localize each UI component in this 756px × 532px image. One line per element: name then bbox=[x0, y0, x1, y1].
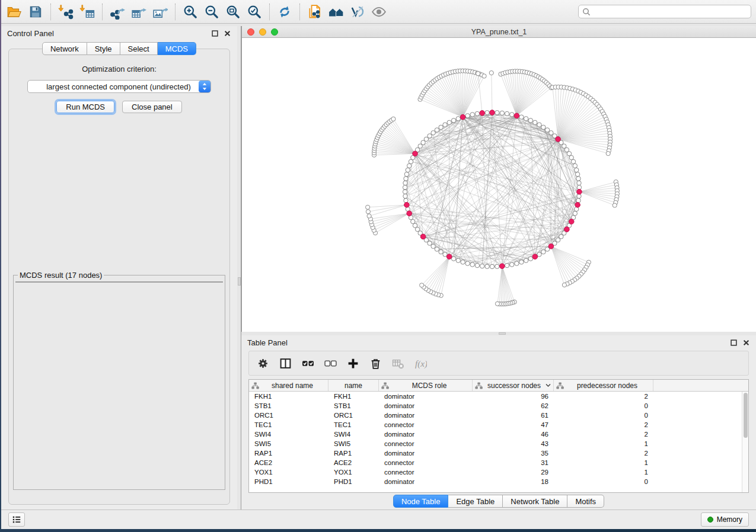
tab-mcds[interactable]: MCDS bbox=[158, 42, 196, 55]
cell[interactable]: connector bbox=[379, 467, 473, 477]
cell[interactable]: STB1 bbox=[249, 401, 328, 411]
cell[interactable]: dominator bbox=[379, 401, 473, 411]
close-table-panel-icon[interactable] bbox=[742, 338, 750, 347]
tab-select[interactable]: Select bbox=[120, 42, 158, 55]
cell[interactable]: 46 bbox=[473, 430, 554, 439]
table-row-SWI5[interactable]: SWI5SWI5connector431 bbox=[249, 439, 748, 448]
cell[interactable]: 1 bbox=[554, 467, 653, 477]
first-neighbors-button[interactable] bbox=[326, 2, 347, 22]
table-scrollbar-thumb[interactable] bbox=[744, 393, 748, 438]
cell[interactable]: connector bbox=[379, 439, 473, 448]
cell[interactable]: 1 bbox=[554, 458, 653, 467]
cell[interactable]: ORC1 bbox=[328, 411, 379, 420]
table-scrollbar[interactable] bbox=[742, 392, 748, 492]
cell[interactable]: 43 bbox=[473, 439, 554, 448]
deselect-all-button[interactable] bbox=[323, 355, 339, 371]
float-table-panel-icon[interactable] bbox=[729, 338, 738, 347]
cell[interactable]: SWI4 bbox=[328, 430, 379, 439]
cell[interactable]: TEC1 bbox=[328, 420, 379, 430]
float-panel-icon[interactable] bbox=[210, 29, 219, 37]
cell[interactable]: 0 bbox=[554, 401, 653, 411]
import-table-button[interactable] bbox=[76, 2, 98, 22]
close-panel-button[interactable]: Close panel bbox=[122, 101, 182, 113]
cell[interactable]: FKH1 bbox=[328, 392, 379, 401]
optimization-dropdown[interactable]: largest connected component (undirected) bbox=[27, 80, 211, 93]
zoom-fit-button[interactable] bbox=[222, 2, 244, 22]
cell[interactable]: 18 bbox=[473, 477, 554, 486]
cell[interactable]: RAP1 bbox=[249, 448, 328, 458]
hide-graphics-details-button[interactable] bbox=[347, 2, 368, 22]
zoom-in-button[interactable] bbox=[180, 2, 201, 22]
zoom-out-button[interactable] bbox=[201, 2, 222, 22]
zoom-selected-button[interactable] bbox=[244, 2, 265, 22]
cell[interactable]: PHD1 bbox=[249, 477, 328, 486]
table-row-FKH1[interactable]: FKH1FKH1dominator962 bbox=[249, 392, 748, 401]
table-tab-motifs[interactable]: Motifs bbox=[567, 495, 604, 508]
cell[interactable]: ORC1 bbox=[249, 411, 328, 420]
cell[interactable]: 2 bbox=[554, 430, 653, 439]
vertical-splitter[interactable] bbox=[237, 26, 241, 509]
refresh-button[interactable] bbox=[274, 2, 295, 22]
table-row-ORC1[interactable]: ORC1ORC1dominator610 bbox=[249, 411, 748, 420]
column-header-successor-nodes[interactable]: successor nodes bbox=[473, 380, 554, 391]
cell[interactable]: connector bbox=[379, 420, 473, 430]
table-panel-menu-button[interactable] bbox=[8, 512, 25, 527]
cell[interactable]: dominator bbox=[379, 411, 473, 420]
cell[interactable]: 35 bbox=[473, 448, 554, 458]
cell[interactable]: SWI5 bbox=[328, 439, 379, 448]
cell[interactable]: 2 bbox=[554, 420, 653, 430]
tab-style[interactable]: Style bbox=[87, 42, 120, 55]
table-row-YOX1[interactable]: YOX1YOX1connector291 bbox=[249, 467, 748, 477]
table-tab-node-table[interactable]: Node Table bbox=[393, 495, 449, 508]
table-row-PHD1[interactable]: PHD1PHD1dominator180 bbox=[249, 477, 748, 486]
add-row-button[interactable] bbox=[345, 355, 361, 371]
tab-network[interactable]: Network bbox=[42, 42, 87, 55]
column-header-predecessor-nodes[interactable]: predecessor nodes bbox=[554, 380, 653, 391]
cell[interactable]: dominator bbox=[379, 430, 473, 439]
cell[interactable]: 2 bbox=[554, 448, 653, 458]
table-row-TEC1[interactable]: TEC1TEC1connector472 bbox=[249, 420, 748, 430]
cell[interactable]: 29 bbox=[473, 467, 554, 477]
run-mcds-button[interactable]: Run MCDS bbox=[56, 101, 114, 113]
close-panel-icon[interactable] bbox=[223, 29, 231, 37]
cell[interactable]: YOX1 bbox=[328, 467, 379, 477]
export-image-button[interactable] bbox=[149, 2, 171, 22]
cell[interactable]: 1 bbox=[554, 439, 653, 448]
cell[interactable]: ACE2 bbox=[249, 458, 328, 467]
export-network-button[interactable] bbox=[107, 2, 128, 22]
cell[interactable]: 0 bbox=[554, 411, 653, 420]
cell[interactable]: connector bbox=[379, 458, 473, 467]
cell[interactable]: TEC1 bbox=[249, 420, 328, 430]
table-row-SWI4[interactable]: SWI4SWI4dominator462 bbox=[249, 430, 748, 439]
clone-network-button[interactable] bbox=[304, 2, 326, 22]
cell[interactable]: YOX1 bbox=[249, 467, 328, 477]
delete-row-button[interactable] bbox=[368, 355, 384, 371]
table-tab-network-table[interactable]: Network Table bbox=[503, 495, 567, 508]
open-session-button[interactable] bbox=[4, 2, 25, 22]
import-network-button[interactable] bbox=[55, 2, 76, 22]
cell[interactable]: dominator bbox=[379, 448, 473, 458]
cell[interactable]: RAP1 bbox=[328, 448, 379, 458]
select-all-button[interactable] bbox=[300, 355, 316, 371]
horizontal-splitter-grip[interactable] bbox=[499, 332, 506, 335]
network-canvas[interactable] bbox=[242, 38, 756, 332]
cell[interactable]: STB1 bbox=[328, 401, 379, 411]
cell[interactable]: dominator bbox=[379, 477, 473, 486]
show-columns-button[interactable] bbox=[277, 355, 294, 371]
column-header-name[interactable]: name bbox=[328, 380, 379, 391]
cell[interactable]: 31 bbox=[473, 458, 554, 467]
export-table-button[interactable] bbox=[128, 2, 149, 22]
cell[interactable]: 2 bbox=[554, 392, 653, 401]
cell[interactable]: dominator bbox=[379, 392, 473, 401]
horizontal-splitter[interactable] bbox=[241, 332, 756, 335]
cell[interactable]: 47 bbox=[473, 420, 554, 430]
network-graph[interactable] bbox=[242, 38, 756, 331]
save-session-button[interactable] bbox=[25, 2, 46, 22]
cell[interactable]: 61 bbox=[473, 411, 554, 420]
settings-button[interactable] bbox=[255, 355, 271, 371]
table-row-RAP1[interactable]: RAP1RAP1dominator352 bbox=[249, 448, 748, 458]
show-graphics-details-button[interactable] bbox=[368, 2, 390, 22]
table-row-ACE2[interactable]: ACE2ACE2connector311 bbox=[249, 458, 748, 467]
cell[interactable]: 96 bbox=[473, 392, 554, 401]
table-row-STB1[interactable]: STB1STB1dominator620 bbox=[249, 401, 748, 411]
